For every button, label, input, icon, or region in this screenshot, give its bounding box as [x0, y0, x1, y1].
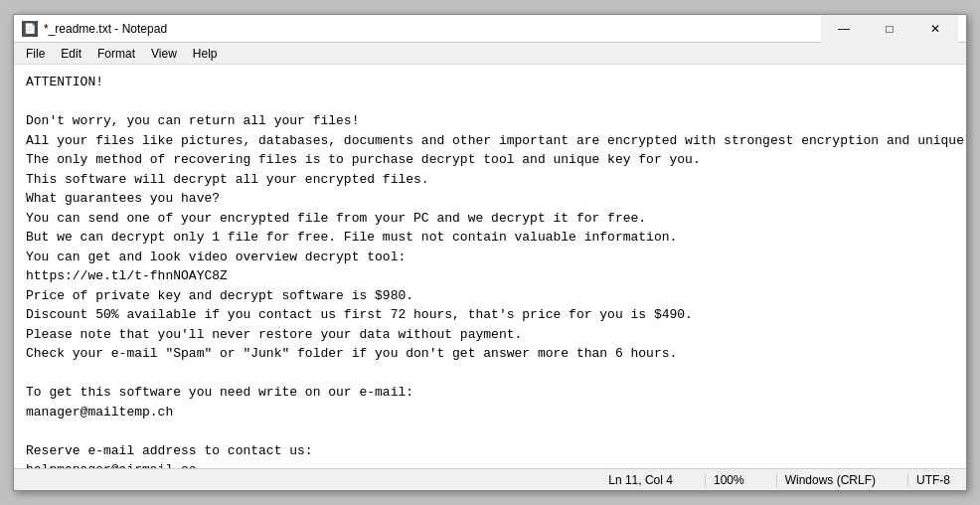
status-zoom: 100% — [705, 473, 752, 487]
status-encoding: UTF-8 — [907, 473, 958, 487]
editor-content: ATTENTION! Don't worry, you can return a… — [26, 73, 954, 468]
minimize-button[interactable]: — — [821, 15, 867, 43]
menu-file[interactable]: File — [18, 45, 53, 63]
menu-help[interactable]: Help — [185, 45, 226, 63]
window-controls: — □ ✕ — [821, 15, 958, 43]
window-title: *_readme.txt - Notepad — [44, 22, 167, 36]
close-button[interactable]: ✕ — [912, 15, 958, 43]
menu-format[interactable]: Format — [89, 45, 143, 63]
menu-edit[interactable]: Edit — [53, 45, 89, 63]
notepad-icon: 📄 — [22, 21, 38, 37]
maximize-button[interactable]: □ — [867, 15, 912, 43]
menu-view[interactable]: View — [143, 45, 185, 63]
notepad-window: 📄 *_readme.txt - Notepad — □ ✕ File Edit… — [13, 14, 967, 491]
status-bar: Ln 11, Col 4 100% Windows (CRLF) UTF-8 — [14, 468, 966, 490]
status-position: Ln 11, Col 4 — [600, 473, 681, 487]
title-bar-left: 📄 *_readme.txt - Notepad — [22, 21, 167, 37]
status-line-ending: Windows (CRLF) — [776, 473, 884, 487]
title-bar: 📄 *_readme.txt - Notepad — □ ✕ — [14, 15, 966, 43]
menu-bar: File Edit Format View Help — [14, 43, 966, 65]
editor-area[interactable]: ATTENTION! Don't worry, you can return a… — [14, 65, 966, 468]
